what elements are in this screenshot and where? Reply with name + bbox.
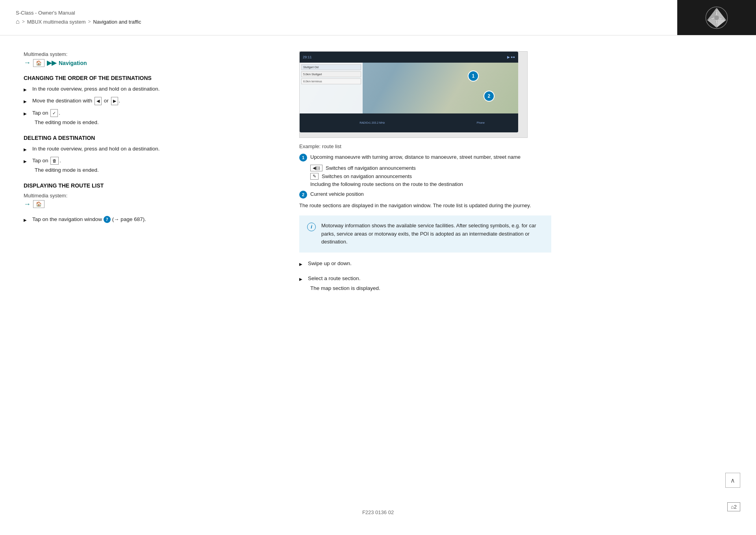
list-item: ▶ Tap on 🗑. [24, 157, 276, 165]
list-item: ▶ Select a route section. [299, 275, 551, 282]
swipe-list: ▶ Swipe up or down. ▶ Select a route sec… [299, 260, 551, 283]
svg-point-2 [714, 15, 719, 20]
breadcrumb-current-page: Navigation and traffic [93, 19, 141, 25]
double-arrow-icon: ▶▶ [47, 59, 56, 67]
circle-marker-1: 1 [468, 71, 479, 82]
nav-radio-text: RADIO•1 203.2 MHz [359, 121, 385, 124]
trash-btn[interactable]: 🗑 [50, 157, 59, 165]
left-column: Multimedia system: → 🏠 ▶▶ Navigation CHA… [24, 51, 276, 296]
right-arrow-btn[interactable]: ▶ [111, 97, 118, 105]
document-title: S-Class - Owner's Manual [16, 10, 662, 16]
page-header: S-Class - Owner's Manual ⌂ > MBUX multim… [0, 0, 756, 35]
mercedes-star-icon [705, 6, 728, 30]
icon-sub-item-1: ◀))) Switches off navigation announcemen… [310, 165, 551, 171]
mercedes-logo-area [677, 0, 756, 35]
bullet-arrow-icon: ▶ [24, 87, 27, 93]
info-icon: i [307, 223, 316, 231]
list-item: ▶ Swipe up or down. [299, 260, 551, 268]
num-circle-2: 2 [299, 191, 307, 199]
breadcrumb-separator-2: > [88, 19, 91, 24]
right-column: 29:11 ▶ ●● Stuttgart Ost 5.0km Stuttgart… [299, 51, 551, 296]
editing-mode-ended-2: The editing mode is ended. [35, 166, 276, 174]
list-item-text: Tap on the navigation window 7 (→ page 6… [32, 215, 146, 223]
bullet-arrow-icon: ▶ [24, 217, 27, 223]
nav-home-icon-box-2[interactable]: 🏠 [33, 200, 44, 208]
list-item-text: Tap on 🗑. [32, 157, 61, 165]
circle-marker-2: 2 [484, 91, 495, 102]
list-item: ▶ Tap on the navigation window 7 (→ page… [24, 215, 276, 223]
home-nav-icon-2: 🏠 [36, 201, 42, 207]
main-content: Multimedia system: → 🏠 ▶▶ Navigation CHA… [0, 35, 709, 312]
list-item: ▶ In the route overview, press and hold … [24, 85, 276, 93]
editing-mode-ended-1: The editing mode is ended. [35, 119, 276, 126]
nav-radio-btn: RADIO•1 203.2 MHz [301, 115, 443, 131]
left-arrow-btn[interactable]: ◀ [94, 97, 102, 105]
breadcrumb-link-mbux[interactable]: MBUX multimedia system [27, 19, 86, 25]
home-icon[interactable]: ⌂ [16, 18, 20, 25]
bullet-arrow-icon: ▶ [299, 261, 302, 267]
numbered-item-1: 1 Upcoming manoeuvre with turning arrow,… [299, 153, 551, 162]
nav-sidebar-panel: Stuttgart Ost 5.0km Stuttgart 8.0km term… [300, 63, 363, 113]
document-id: F223 0136 02 [362, 509, 394, 515]
icon-sub-item-2: ✎ Switches on navigation announcements [310, 173, 551, 180]
nav-screen-sim: 29:11 ▶ ●● Stuttgart Ost 5.0km Stuttgart… [300, 52, 518, 132]
section-3-list: ▶ Tap on the navigation window 7 (→ page… [24, 215, 276, 223]
list-item-text: Tap on ✓. [32, 109, 60, 117]
nav-screen-bottom-bar: RADIO•1 203.2 MHz Phone [300, 113, 518, 132]
nav-sidebar-item: Stuttgart Ost [301, 64, 361, 70]
nav-home-icon-box[interactable]: 🏠 [33, 59, 44, 67]
list-item-text: Move the destination with ◀ or ▶. [32, 97, 120, 105]
section-2-list: ▶ In the route overview, press and hold … [24, 145, 276, 165]
info-box: i Motorway information shows the availab… [299, 215, 551, 253]
bullet-arrow-icon: ▶ [24, 147, 27, 152]
home-nav-icon: 🏠 [36, 60, 42, 66]
multimedia-label-2: Multimedia system: [24, 193, 276, 199]
sound-off-text: Switches off navigation announcements [326, 165, 416, 171]
list-item: ▶ Move the destination with ◀ or ▶. [24, 97, 276, 105]
nav-arrow-icon-2: → [24, 200, 31, 208]
bullet-arrow-icon: ▶ [24, 158, 27, 164]
chevron-up-icon: ∧ [730, 477, 735, 484]
sound-on-text: Switches on navigation announcements [322, 173, 412, 179]
nav-map-area: Stuttgart Ost 5.0km Stuttgart 8.0km term… [300, 63, 518, 113]
numbered-item-1-text: Upcoming manoeuvre with turning arrow, d… [310, 153, 521, 161]
nav-phone-text: Phone [477, 121, 485, 124]
nav-sidebar-item: 8.0km terminus [301, 78, 361, 84]
circle-7-badge: 7 [104, 216, 111, 223]
num-circle-1: 1 [299, 154, 307, 162]
list-item: ▶ Tap on ✓. [24, 109, 276, 117]
screenshot-image: 29:11 ▶ ●● Stuttgart Ost 5.0km Stuttgart… [299, 51, 528, 138]
bullet-arrow-icon: ▶ [24, 98, 27, 104]
map-section-text: The map section is displayed. [310, 284, 551, 292]
page-footer: F223 0136 02 [0, 502, 756, 523]
swipe-text: Swipe up or down. [308, 260, 352, 268]
sound-off-icon-box[interactable]: ◀))) [310, 165, 322, 171]
list-item-text: In the route overview, press and hold on… [32, 145, 159, 153]
info-box-text: Motorway information shows the available… [321, 222, 543, 246]
header-content: S-Class - Owner's Manual ⌂ > MBUX multim… [0, 0, 677, 35]
route-description: The route sections are displayed in the … [299, 202, 551, 210]
checkmark-btn[interactable]: ✓ [50, 109, 58, 117]
sound-on-icon-box[interactable]: ✎ [310, 173, 319, 180]
navigation-link[interactable]: Navigation [59, 60, 87, 66]
nav-screen-top-bar: 29:11 ▶ ●● [300, 52, 518, 63]
breadcrumb-separator-1: > [22, 19, 25, 24]
breadcrumb: ⌂ > MBUX multimedia system > Navigation … [16, 18, 662, 25]
multimedia-label-1: Multimedia system: [24, 51, 276, 57]
list-item: ▶ In the route overview, press and hold … [24, 145, 276, 153]
bullet-arrow-icon: ▶ [24, 111, 27, 117]
section-heading-3: DISPLAYING THE ROUTE LIST [24, 182, 276, 189]
section-heading-2: DELETING A DESTINATION [24, 135, 276, 141]
nav-phone-btn: Phone [445, 115, 517, 131]
section-1-list: ▶ In the route overview, press and hold … [24, 85, 276, 117]
list-item-text: In the route overview, press and hold on… [32, 85, 159, 93]
screenshot-caption: Example: route list [299, 143, 551, 149]
scroll-up-button[interactable]: ∧ [725, 473, 740, 488]
bullet-arrow-icon: ▶ [299, 276, 302, 282]
section-heading-1: CHANGING THE ORDER OF THE DESTINATIONS [24, 75, 276, 81]
nav-path-2: → 🏠 [24, 200, 276, 208]
including-text: Including the following route sections o… [310, 181, 551, 187]
nav-arrow-icon: → [24, 59, 31, 67]
select-text: Select a route section. [308, 275, 361, 282]
nav-status: ▶ ●● [507, 55, 515, 59]
